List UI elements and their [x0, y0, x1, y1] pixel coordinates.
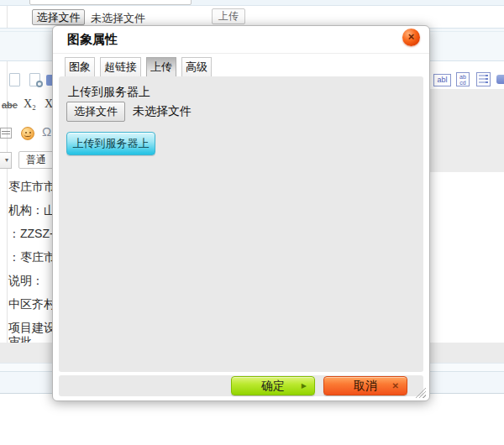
textarea-icon-line2: cd — [457, 80, 469, 86]
side-gray-panel — [428, 89, 504, 172]
dialog-footer: 确定 ▶ 取消 ✕ — [59, 375, 423, 396]
editor-text-line: 说明： — [8, 274, 44, 289]
tab-image[interactable]: 图象 — [65, 57, 95, 77]
ok-button-label: 确定 — [261, 379, 285, 392]
tab-hyperlink[interactable]: 超链接 — [100, 57, 141, 77]
textarea-icon-line1: ab — [457, 74, 469, 80]
upload-section-label: 上传到服务器上 — [68, 85, 150, 100]
bg-file-status-text: 未选择文件 — [91, 11, 145, 26]
bg-choose-file-button[interactable]: 选择文件 — [32, 9, 85, 25]
cancel-button-label: 取消 — [354, 379, 377, 392]
smiley-icon[interactable] — [21, 127, 34, 140]
listbox-icon[interactable] — [476, 72, 491, 86]
chevron-down-icon: ▾ — [5, 156, 8, 164]
arrow-right-icon: ▶ — [302, 377, 307, 395]
image-properties-dialog: 图象属性 × 图象 超链接 上传 高级 上传到服务器上 选择文件 未选择文件 上… — [52, 25, 430, 401]
dialog-tabs: 图象 超链接 上传 高级 — [65, 57, 212, 77]
tab-advanced[interactable]: 高级 — [181, 57, 212, 77]
dialog-title: 图象属性 — [67, 32, 118, 48]
choose-file-button[interactable]: 选择文件 — [66, 102, 125, 122]
justify-icon[interactable] — [0, 128, 12, 139]
upload-tab-panel: 上传到服务器上 选择文件 未选择文件 上传到服务器上 — [59, 76, 423, 372]
close-icon[interactable]: × — [402, 29, 420, 46]
new-page-icon[interactable] — [9, 73, 20, 86]
cancel-x-icon: ✕ — [392, 377, 399, 395]
tab-upload[interactable]: 上传 — [146, 57, 176, 77]
preview-icon[interactable] — [29, 73, 40, 86]
bg-upload-button[interactable]: 上传 — [212, 8, 245, 24]
clipped-text-input[interactable] — [29, 0, 192, 5]
ok-button[interactable]: 确定 ▶ — [231, 376, 315, 395]
title-divider — [53, 53, 429, 54]
strikethrough-icon[interactable]: abe — [2, 100, 18, 110]
file-status-text: 未选择文件 — [133, 104, 192, 119]
listbox-icon-selection — [486, 75, 488, 84]
upload-to-server-button[interactable]: 上传到服务器上 — [66, 132, 155, 155]
textarea-icon[interactable]: ab cd — [456, 72, 470, 86]
subscript-icon[interactable]: X₂ — [24, 97, 36, 111]
magnifier-icon — [36, 81, 43, 87]
listbox-icon-lines — [479, 75, 486, 84]
special-char-icon[interactable]: Ω — [42, 124, 51, 139]
font-dropdown-partial[interactable]: ▾ — [0, 152, 12, 169]
cancel-button[interactable]: 取消 ✕ — [323, 376, 407, 395]
form-button-icon[interactable] — [496, 75, 504, 84]
textfield-icon[interactable]: abl — [433, 74, 451, 86]
